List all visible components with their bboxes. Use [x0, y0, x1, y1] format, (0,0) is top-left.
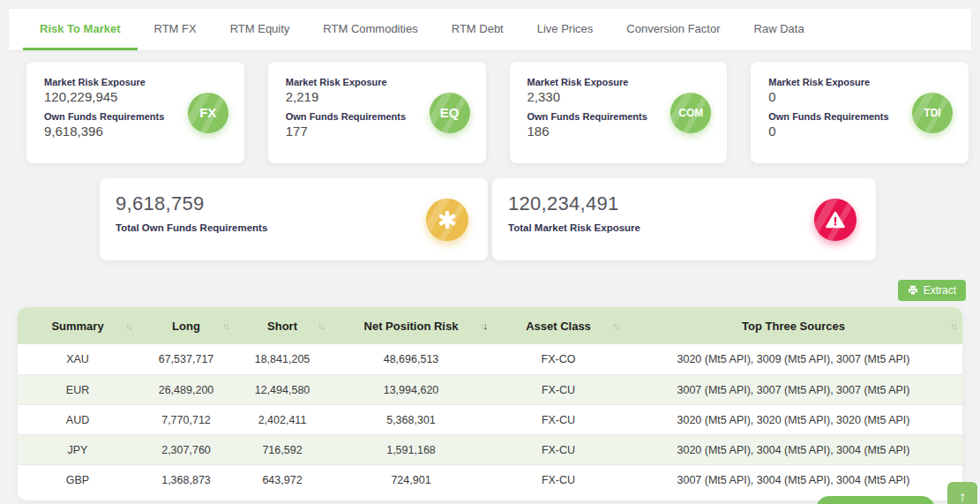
market-risk-exposure-label: Market Risk Exposure [286, 77, 468, 87]
market-risk-exposure-label: Market Risk Exposure [527, 77, 710, 87]
badge-text: COM [678, 107, 703, 119]
table-row-jpy: JPY2,307,760716,5921,591,168FX-CU3020 (M… [18, 434, 962, 464]
market-risk-exposure-label: Market Risk Exposure [44, 77, 227, 87]
tab-raw-data[interactable]: Raw Data [737, 9, 821, 50]
column-header-label: Top Three Sources [742, 320, 845, 333]
scroll-top-button[interactable]: ↑ [947, 482, 977, 504]
column-header-long: Long↑↓ [138, 307, 235, 344]
table-row-xau: XAU67,537,71718,841,20548,696,513FX-CO30… [18, 344, 962, 374]
sort-icon[interactable]: ↑↓ [125, 321, 131, 331]
sort-icon[interactable]: ↑↓ [318, 321, 324, 331]
column-header-label: Summary [51, 320, 103, 333]
printer-icon [908, 285, 918, 296]
column-header-label: Long [172, 320, 200, 333]
asterisk-icon [426, 199, 468, 241]
warning-icon [814, 199, 857, 241]
com-badge-icon: COM [670, 93, 711, 133]
cell-summary: AUD [18, 405, 138, 434]
up-arrow-icon: ↑ [959, 489, 966, 504]
column-header-label: Short [267, 320, 297, 333]
cell-summary: XAU [18, 344, 138, 374]
cell-net-position-risk: 48,696,513 [330, 344, 492, 374]
column-header-label: Net Position Risk [364, 320, 459, 333]
total-market-risk-card: 120,234,491 Total Market Risk Exposure [492, 178, 876, 260]
cell-top-three-sources: 3020 (Mt5 API), 3009 (Mt5 API), 3007 (Mt… [625, 344, 962, 374]
cell-short: 716,592 [235, 435, 330, 464]
column-header-short: Short↑↓ [235, 307, 330, 344]
cell-top-three-sources: 3020 (Mt5 API), 3004 (Mt5 API), 3004 (Mt… [625, 435, 962, 464]
cell-long: 7,770,712 [138, 405, 235, 434]
tdi-badge-icon: TDI [912, 93, 953, 133]
sort-icon[interactable]: ↑↓ [480, 321, 486, 331]
cell-top-three-sources: 3007 (Mt5 API), 3004 (Mt5 API), 3004 (Mt… [625, 465, 962, 494]
table-row-eur: EUR26,489,20012,494,58013,994,620FX-CU30… [18, 374, 962, 404]
table-row-gbp: GBP1,368,873643,972724,901FX-CU3007 (Mt5… [18, 464, 962, 494]
extract-button-label: Extract [924, 284, 956, 297]
total-own-funds-label: Total Own Funds Requirements [116, 222, 470, 233]
column-header-label: Asset Class [526, 320, 591, 333]
table-header: Summary↑↓Long↑↓Short↑↓Net Position Risk↑… [18, 307, 962, 344]
cell-short: 18,841,205 [235, 344, 330, 374]
cell-asset-class: FX-CO [492, 344, 625, 374]
extract-button[interactable]: Extract [898, 280, 966, 301]
cell-net-position-risk: 1,591,168 [330, 435, 492, 464]
sort-icon[interactable]: ↑↓ [612, 321, 618, 331]
column-header-net-position-risk: Net Position Risk↑↓ [330, 307, 492, 344]
fx-badge-icon: FX [188, 93, 228, 133]
tab-bar: Risk To MarketRTM FXRTM EquityRTM Commod… [9, 9, 971, 50]
badge-text: FX [199, 105, 216, 120]
eq-badge-icon: EQ [430, 93, 470, 133]
exposure-card-fx: Market Risk Exposure120,229,945Own Funds… [26, 62, 244, 163]
exposure-card-tdi: Market Risk Exposure0Own Funds Requireme… [751, 62, 969, 163]
cell-net-position-risk: 13,994,620 [330, 375, 492, 404]
column-header-top-three-sources: Top Three Sources↑↓ [625, 307, 962, 344]
badge-text: TDI [924, 107, 940, 119]
table-row-aud: AUD7,770,7122,402,4115,368,301FX-CU3020 … [18, 404, 962, 434]
tab-live-prices[interactable]: Live Prices [520, 9, 610, 50]
total-market-risk-value: 120,234,491 [508, 192, 858, 215]
cell-long: 26,489,200 [138, 375, 235, 404]
tab-conversion-factor[interactable]: Conversion Factor [610, 9, 737, 50]
cell-summary: JPY [18, 435, 138, 464]
cell-top-three-sources: 3020 (Mt5 API), 3020 (Mt5 API), 3020 (Mt… [625, 405, 962, 434]
cell-asset-class: FX-CU [492, 435, 625, 464]
tab-risk-to-market[interactable]: Risk To Market [23, 9, 138, 50]
cell-short: 12,494,580 [235, 375, 330, 404]
market-risk-exposure-label: Market Risk Exposure [768, 77, 951, 87]
exposure-cards-row: Market Risk Exposure120,229,945Own Funds… [26, 62, 969, 163]
tab-rtm-debt[interactable]: RTM Debt [435, 9, 520, 50]
cell-long: 67,537,717 [138, 344, 235, 374]
sort-icon[interactable]: ↑↓ [950, 321, 956, 331]
sort-icon[interactable]: ↑↓ [222, 321, 228, 331]
cell-asset-class: FX-CU [492, 375, 625, 404]
tab-rtm-commodities[interactable]: RTM Commodities [306, 9, 434, 50]
cell-long: 2,307,760 [138, 435, 235, 464]
cell-summary: EUR [18, 375, 138, 404]
tab-rtm-equity[interactable]: RTM Equity [213, 9, 307, 50]
cell-asset-class: FX-CU [492, 465, 625, 494]
cell-net-position-risk: 724,901 [330, 465, 492, 494]
exposure-card-eq: Market Risk Exposure2,219Own Funds Requi… [268, 62, 486, 163]
cell-asset-class: FX-CU [492, 405, 625, 434]
cell-summary: GBP [18, 465, 138, 494]
cell-long: 1,368,873 [138, 465, 235, 494]
tab-rtm-fx[interactable]: RTM FX [138, 9, 213, 50]
cell-short: 643,972 [235, 465, 330, 494]
column-header-summary: Summary↑↓ [18, 307, 138, 344]
partial-bottom-button[interactable] [816, 496, 935, 504]
exposure-card-com: Market Risk Exposure2,330Own Funds Requi… [510, 62, 728, 163]
column-header-asset-class: Asset Class↑↓ [492, 307, 625, 344]
cell-short: 2,402,411 [235, 405, 330, 434]
total-own-funds-value: 9,618,759 [116, 192, 470, 215]
cell-net-position-risk: 5,368,301 [330, 405, 492, 434]
risk-table: Summary↑↓Long↑↓Short↑↓Net Position Risk↑… [18, 307, 962, 500]
total-own-funds-card: 9,618,759 Total Own Funds Requirements [100, 178, 488, 260]
badge-text: EQ [440, 105, 460, 120]
cell-top-three-sources: 3007 (Mt5 API), 3007 (Mt5 API), 3007 (Mt… [625, 375, 962, 404]
table-body: XAU67,537,71718,841,20548,696,513FX-CO30… [18, 344, 962, 494]
total-market-risk-label: Total Market Risk Exposure [508, 222, 858, 233]
